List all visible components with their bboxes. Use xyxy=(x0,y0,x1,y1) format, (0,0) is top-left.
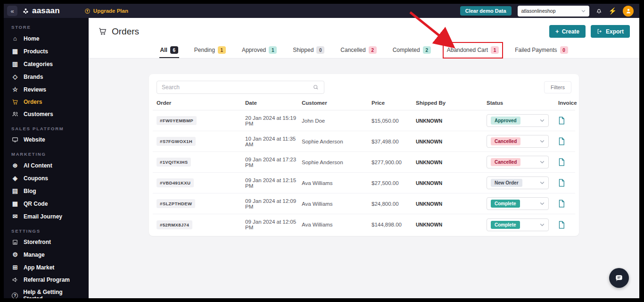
tab-shipped[interactable]: Shipped 0 xyxy=(292,44,325,58)
sidebar-item-blog[interactable]: ▤ Blog xyxy=(4,185,89,197)
status-dropdown[interactable]: Complete xyxy=(487,197,549,210)
filters-button[interactable]: Filters xyxy=(544,81,571,93)
invoice-file-icon[interactable] xyxy=(558,137,571,145)
shipped-by: UNKNOWN xyxy=(416,201,487,207)
sidebar-item-app-market[interactable]: ⊞ App Market xyxy=(4,261,89,274)
status-badge: Complete xyxy=(491,221,520,229)
chat-widget-button[interactable] xyxy=(609,268,629,288)
tab-count-badge: 0 xyxy=(316,46,324,54)
sidebar-item-home[interactable]: ⌂ Home xyxy=(4,32,89,45)
app-logo[interactable]: aasaan xyxy=(22,6,60,16)
sidebar-item-products[interactable]: ▦ Products xyxy=(4,45,89,58)
shipped-by: UNKNOWN xyxy=(416,118,487,124)
tab-count-badge: 0 xyxy=(560,46,568,54)
orders-table-card: Filters Order Date Customer Price Shippe… xyxy=(149,74,579,236)
sidebar: STORE ⌂ Home ▦ Products ▥ Categories ◇ B… xyxy=(4,18,89,298)
tab-all[interactable]: All 6 xyxy=(159,44,179,58)
sidebar-item-email-journey[interactable]: ✉ Email Journey xyxy=(4,210,89,223)
page-title-wrap: Orders xyxy=(98,26,139,37)
chevron-down-icon xyxy=(540,202,545,205)
topbar-right-cluster: Clear demo Data atlasonlineshop ⚡ xyxy=(460,6,639,17)
table-header: Order Date Customer Price Shipped By Sta… xyxy=(153,100,575,110)
tab-count-badge: 1 xyxy=(218,46,226,54)
order-id[interactable]: #VBD491KXU xyxy=(157,178,194,187)
tab-label: Approved xyxy=(242,47,266,53)
sidebar-item-qr-code[interactable]: ▩ QR Code xyxy=(4,197,89,210)
categories-icon: ▥ xyxy=(11,60,19,67)
sidebar-item-label: Categories xyxy=(24,61,53,67)
search-input[interactable] xyxy=(162,84,309,91)
help-icon: ? xyxy=(11,293,18,299)
export-button[interactable]: Export xyxy=(591,25,630,38)
user-avatar[interactable] xyxy=(623,6,634,17)
tab-count-badge: 6 xyxy=(170,46,178,54)
sidebar-item-referral-program[interactable]: Referral Program xyxy=(4,274,89,286)
status-dropdown[interactable]: Cancelled xyxy=(487,156,549,168)
invoice-file-icon[interactable] xyxy=(558,200,571,208)
tab-abandoned-cart[interactable]: Abandoned Cart 1 xyxy=(446,44,500,58)
column-header-invoice: Invoice xyxy=(558,100,577,106)
users-icon xyxy=(11,111,19,117)
order-price: $37,498.00 xyxy=(372,139,416,144)
tab-approved[interactable]: Approved 1 xyxy=(241,44,278,58)
clear-demo-data-button[interactable]: Clear demo Data xyxy=(460,6,512,16)
create-button-label: Create xyxy=(562,28,579,35)
search-icon xyxy=(313,84,319,91)
store-selector[interactable]: atlasonlineshop xyxy=(518,6,589,17)
sidebar-section-settings: SETTINGS xyxy=(4,223,89,236)
sidebar-item-orders[interactable]: Orders xyxy=(4,96,89,108)
status-dropdown[interactable]: Approved xyxy=(487,114,549,127)
storefront-icon xyxy=(11,239,19,245)
status-dropdown[interactable]: Cancelled xyxy=(487,135,549,148)
sidebar-item-brands[interactable]: ◇ Brands xyxy=(4,70,89,83)
chevron-down-icon xyxy=(540,119,545,122)
sidebar-item-ai-content[interactable]: ⊛ AI Content xyxy=(4,159,89,172)
order-id[interactable]: #SLZPTHDEW xyxy=(157,199,195,208)
status-dropdown[interactable]: New Order xyxy=(487,176,549,189)
chevron-down-icon xyxy=(540,223,545,226)
sidebar-item-categories[interactable]: ▥ Categories xyxy=(4,58,89,70)
sidebar-collapse-button[interactable]: « xyxy=(7,6,17,16)
app-window: « aasaan Upgrade Plan Clear demo Data at… xyxy=(4,4,639,298)
invoice-file-icon[interactable] xyxy=(558,179,571,187)
create-button[interactable]: + Create xyxy=(549,25,586,38)
sidebar-item-reviews[interactable]: ☆ Reviews xyxy=(4,83,89,96)
topbar: « aasaan Upgrade Plan Clear demo Data at… xyxy=(4,4,639,18)
order-price: $15,050.00 xyxy=(372,118,416,124)
invoice-file-icon[interactable] xyxy=(558,117,571,125)
sidebar-item-label: Referral Program xyxy=(24,277,70,283)
sidebar-item-customers[interactable]: Customers xyxy=(4,108,89,120)
qr-code-icon: ▩ xyxy=(11,200,19,207)
status-dropdown[interactable]: Complete xyxy=(487,218,549,231)
header-actions: + Create Export xyxy=(549,25,630,38)
tab-cancelled[interactable]: Cancelled 2 xyxy=(339,44,377,58)
logo-icon xyxy=(22,8,29,15)
sidebar-item-manage[interactable]: ⚙ Manage xyxy=(4,248,89,261)
sidebar-item-label: Website xyxy=(24,136,45,143)
order-id[interactable]: #1VQITKIHS xyxy=(157,158,191,167)
sidebar-item-help[interactable]: ? Help & Getting Started xyxy=(4,286,89,298)
sidebar-item-website[interactable]: Website xyxy=(4,134,89,146)
tab-pending[interactable]: Pending 1 xyxy=(193,44,227,58)
invoice-file-icon[interactable] xyxy=(558,221,571,229)
sidebar-item-label: Reviews xyxy=(24,86,46,93)
chevron-down-icon xyxy=(540,140,545,143)
customer-name: John Doe xyxy=(302,118,372,124)
sidebar-item-label: Customers xyxy=(24,111,53,117)
order-id[interactable]: #S7FGWOX1H xyxy=(157,137,196,146)
order-id[interactable]: #FW0YEMBMP xyxy=(157,116,197,125)
sidebar-item-label: Brands xyxy=(24,74,43,80)
search-box[interactable] xyxy=(157,81,324,94)
upgrade-plan-link[interactable]: Upgrade Plan xyxy=(84,8,128,14)
invoice-file-icon[interactable] xyxy=(558,158,571,166)
sidebar-item-coupons[interactable]: ◈ Coupons xyxy=(4,172,89,185)
order-id[interactable]: #52RMX8J74 xyxy=(157,220,192,229)
sidebar-item-storefront[interactable]: Storefront xyxy=(4,236,89,248)
notifications-bell-icon[interactable] xyxy=(595,8,603,15)
tab-completed[interactable]: Completed 2 xyxy=(392,44,432,58)
order-date: 09 Jan 2024 at 17:23 PM xyxy=(245,157,302,168)
sidebar-item-label: Orders xyxy=(24,99,42,105)
tab-failed-payments[interactable]: Failed Payments 0 xyxy=(514,44,569,58)
sidebar-item-label: App Market xyxy=(24,264,54,271)
lightning-icon[interactable]: ⚡ xyxy=(609,7,617,15)
